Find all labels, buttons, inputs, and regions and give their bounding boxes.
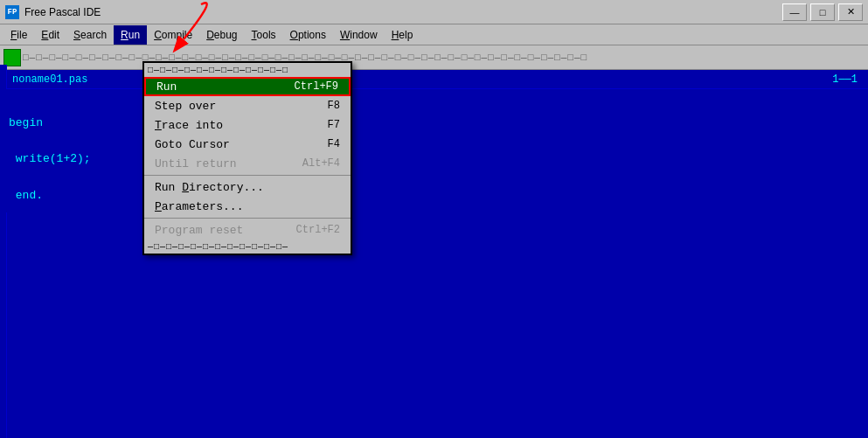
run-directory-label: Run Directory... xyxy=(155,181,264,194)
dropdown-goto-cursor[interactable]: Goto Cursor F4 xyxy=(144,135,351,154)
maximize-button[interactable]: □ xyxy=(810,3,835,21)
menu-run[interactable]: Run xyxy=(114,25,147,45)
dropdown-step-over[interactable]: Step over F8 xyxy=(144,96,351,115)
trace-into-shortcut: F7 xyxy=(328,119,340,131)
close-button[interactable]: ✕ xyxy=(838,3,863,21)
menu-bottom-strip: —□—□—□—□—□—□—□—□—□—□—□— xyxy=(144,240,351,254)
app-icon: FP xyxy=(5,5,19,19)
menu-edit[interactable]: Edit xyxy=(34,25,66,45)
menu-options[interactable]: Options xyxy=(283,25,333,45)
menu-window[interactable]: Window xyxy=(333,25,385,45)
goto-cursor-shortcut: F4 xyxy=(328,138,340,150)
run-label: Run xyxy=(156,80,177,94)
trace-into-label: Trace into xyxy=(155,119,223,132)
until-return-shortcut: Alt+F4 xyxy=(302,157,340,170)
title-bar: FP Free Pascal IDE — □ ✕ xyxy=(0,0,868,24)
dropdown-run-directory[interactable]: Run Directory... xyxy=(144,177,351,197)
run-dropdown-menu: □—□—□—□—□—□—□—□—□—□—□—□ Run Ctrl+F9 Step… xyxy=(142,61,352,255)
menu-compile[interactable]: Compile xyxy=(147,25,199,45)
tab-line-info: 1——1 xyxy=(832,73,865,86)
tab-bar: noname01.pas 1——1 xyxy=(0,70,868,89)
menu-help[interactable]: Help xyxy=(385,25,420,45)
toolbar-green-btn[interactable] xyxy=(3,49,21,66)
menu-file[interactable]: File xyxy=(3,25,34,45)
code-line-4: write(1+2); xyxy=(9,150,859,169)
title-left: FP Free Pascal IDE xyxy=(5,5,101,19)
menu-separator-1 xyxy=(144,175,351,176)
program-reset-shortcut: Ctrl+F2 xyxy=(296,224,340,236)
step-over-shortcut: F8 xyxy=(328,100,340,112)
dropdown-until-return: Until return Alt+F4 xyxy=(144,154,351,173)
code-line-3 xyxy=(9,133,859,151)
step-over-label: Step over xyxy=(155,100,216,113)
editor[interactable]: begin write(1+2); end. xyxy=(0,89,868,212)
menu-separator-2 xyxy=(144,218,351,219)
run-shortcut: Ctrl+F9 xyxy=(295,80,338,93)
until-return-label: Until return xyxy=(155,157,237,170)
menu-search[interactable]: Search xyxy=(66,25,114,45)
code-line-6: end. xyxy=(9,187,859,205)
title-text: Free Pascal IDE xyxy=(24,6,101,18)
menu-top-strip: □—□—□—□—□—□—□—□—□—□—□—□ xyxy=(144,63,351,77)
toolbar: □—□—□—□—□—□—□—□—□—□—□—□—□—□—□—□—□—□—□—□—… xyxy=(0,45,868,70)
goto-cursor-label: Goto Cursor xyxy=(155,138,230,151)
minimize-button[interactable]: — xyxy=(782,3,807,21)
menu-debug[interactable]: Debug xyxy=(199,25,244,45)
code-line-1 xyxy=(9,96,859,115)
code-line-2: begin xyxy=(9,115,859,133)
app-icon-text: FP xyxy=(8,8,17,17)
dropdown-trace-into[interactable]: Trace into F7 xyxy=(144,115,351,135)
code-line-5 xyxy=(9,169,859,187)
menu-bar: File Edit Search Run Compile Debug Tools… xyxy=(0,24,868,45)
dropdown-program-reset: Program reset Ctrl+F2 xyxy=(144,220,351,240)
dropdown-parameters[interactable]: Parameters... xyxy=(144,197,351,216)
program-reset-label: Program reset xyxy=(155,224,243,237)
dropdown-run[interactable]: Run Ctrl+F9 xyxy=(144,77,351,96)
parameters-label: Parameters... xyxy=(155,200,243,213)
title-buttons: — □ ✕ xyxy=(782,3,863,21)
menu-tools[interactable]: Tools xyxy=(245,25,283,45)
tab-filename[interactable]: noname01.pas xyxy=(3,72,96,87)
